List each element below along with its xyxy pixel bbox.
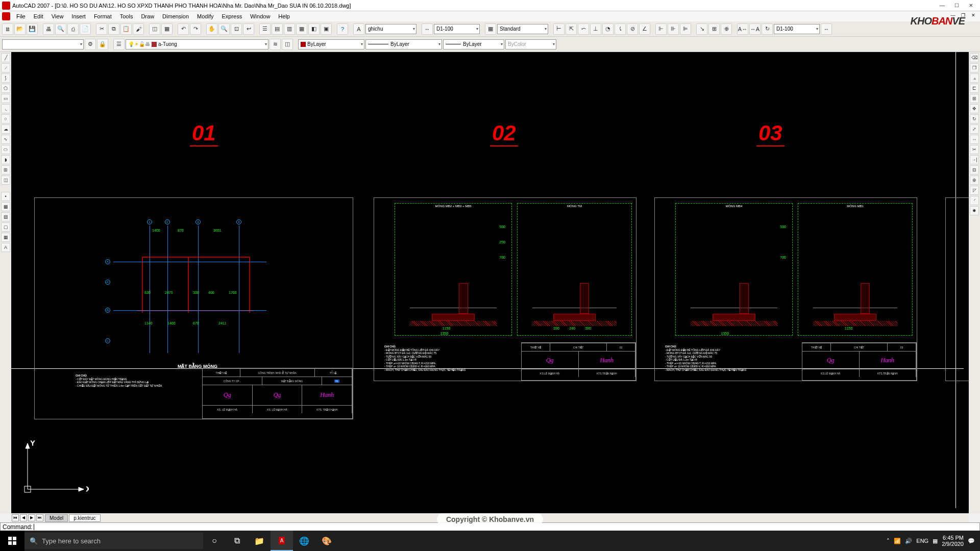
revcloud-button[interactable]: ☁ <box>1 124 10 134</box>
extend-button[interactable]: →| <box>970 155 979 164</box>
menu-tools[interactable]: Tools <box>116 12 137 20</box>
block-editor-button[interactable]: ◫ <box>149 23 160 35</box>
color-combo[interactable]: ByLayer <box>298 39 364 49</box>
paste-button[interactable]: 📋 <box>120 23 132 35</box>
publish-button[interactable]: ⎙ <box>67 23 79 35</box>
dim-radius-button[interactable]: ◔ <box>602 23 614 35</box>
spline-button[interactable]: ∿ <box>1 135 10 144</box>
layer-manager-button[interactable]: ☰ <box>113 39 125 50</box>
array-button[interactable]: ⊞ <box>970 94 979 103</box>
explode-button[interactable]: ✸ <box>970 206 979 215</box>
menu-format[interactable]: Format <box>90 12 116 20</box>
mdi-close-button[interactable]: ✕ <box>969 13 978 20</box>
mtext-button[interactable]: A <box>1 243 10 252</box>
menu-window[interactable]: Window <box>246 12 274 20</box>
taskview-button[interactable]: ⧉ <box>226 531 248 551</box>
save-button[interactable]: 💾 <box>27 23 38 35</box>
taskbar-search[interactable]: 🔍 Type here to search <box>24 533 203 549</box>
dim-arc-button[interactable]: ⤺ <box>578 23 589 35</box>
markup-button[interactable]: ◧ <box>308 23 320 35</box>
tab-model[interactable]: Model <box>45 514 68 522</box>
autocad-app[interactable]: A <box>271 531 293 551</box>
tab-first-button[interactable]: ⏮ <box>12 514 19 521</box>
move-button[interactable]: ✥ <box>970 104 979 113</box>
taskbar-clock[interactable]: 6:45 PM 2/9/2020 <box>942 535 964 547</box>
dim-jogged-button[interactable]: ⤹ <box>615 23 626 35</box>
copy2-button[interactable]: ❐ <box>970 63 979 72</box>
volume-icon[interactable]: 🔊 <box>905 538 912 544</box>
textstyle-icon[interactable]: A <box>353 23 364 35</box>
menu-modify[interactable]: Modify <box>193 12 217 20</box>
ellipse-button[interactable]: ⬭ <box>1 145 10 154</box>
layer-combo[interactable]: 💡☀🔓🖶 a-Tuong <box>126 39 268 49</box>
tab-prev-button[interactable]: ◀ <box>20 514 27 521</box>
table-button[interactable]: ▦ <box>1 233 10 242</box>
zoom-previous-button[interactable]: ↩ <box>243 23 254 35</box>
sheetset-button[interactable]: ▦ <box>296 23 307 35</box>
offset-button[interactable]: ⊏ <box>970 84 979 93</box>
dim-angular-button[interactable]: ∠ <box>639 23 650 35</box>
dim-diameter-button[interactable]: ⊘ <box>627 23 638 35</box>
layer-previous-button[interactable]: ≋ <box>270 39 281 50</box>
join-button[interactable]: ⊕ <box>970 176 979 185</box>
textstyle-combo[interactable]: ghichu <box>365 24 416 34</box>
erase-button[interactable]: ⌫ <box>970 53 979 62</box>
pdf-button[interactable]: 📄 <box>80 23 91 35</box>
paint-app[interactable]: 🎨 <box>315 531 338 551</box>
gradient-button[interactable]: ▨ <box>1 212 10 221</box>
lineweight-combo[interactable]: ByLayer <box>443 39 504 49</box>
menu-help[interactable]: Help <box>274 12 294 20</box>
zoom-window-button[interactable]: ⊡ <box>231 23 242 35</box>
dimedit-button[interactable]: A↔ <box>737 23 748 35</box>
stretch-button[interactable]: ↔ <box>970 135 979 144</box>
zoom-realtime-button[interactable]: 🔍 <box>218 23 230 35</box>
new-button[interactable]: 🗎 <box>2 23 13 35</box>
maximize-button[interactable]: ☐ <box>949 1 964 10</box>
system-tray[interactable]: ˄ 📶 🔊 ENG ▦ 6:45 PM 2/9/2020 💬 <box>881 535 980 547</box>
plot-preview-button[interactable]: 🔍 <box>55 23 66 35</box>
dimtedit-button[interactable]: ↔A <box>749 23 761 35</box>
menu-insert[interactable]: Insert <box>67 12 90 20</box>
tolerance-button[interactable]: ⊞ <box>708 23 720 35</box>
ime-icon[interactable]: ▦ <box>933 538 938 544</box>
lang-indicator[interactable]: ENG <box>916 538 928 544</box>
menu-file[interactable]: File <box>12 12 30 20</box>
dimstyle-combo[interactable]: D1-100 <box>434 24 480 34</box>
dimstyle-icon[interactable]: ↔ <box>422 23 433 35</box>
xline-button[interactable]: ⟋ <box>1 63 10 72</box>
plot-button[interactable]: 🖶 <box>43 23 54 35</box>
close-button[interactable]: ✕ <box>964 1 978 10</box>
pan-button[interactable]: ✋ <box>206 23 217 35</box>
ellipsearc-button[interactable]: ◗ <box>1 155 10 164</box>
wifi-icon[interactable]: 📶 <box>894 538 901 544</box>
leader-button[interactable]: ↘ <box>696 23 707 35</box>
arc-button[interactable]: ◟ <box>1 104 10 113</box>
dim-continue-button[interactable]: ⊫ <box>680 23 691 35</box>
undo-button[interactable]: ↶ <box>178 23 189 35</box>
plotstyle-combo[interactable]: ByColor <box>505 39 556 49</box>
quickcalc-button[interactable]: ▣ <box>321 23 332 35</box>
menu-draw[interactable]: Draw <box>137 12 158 20</box>
polygon-button[interactable]: ⬠ <box>1 84 10 93</box>
explorer-app[interactable]: 📁 <box>248 531 271 551</box>
hatch-button[interactable]: ▩ <box>1 202 10 211</box>
menu-view[interactable]: View <box>47 12 68 20</box>
dimupdate-button[interactable]: ↻ <box>762 23 773 35</box>
tray-up-icon[interactable]: ˄ <box>887 538 890 544</box>
designcenter-button[interactable]: ▤ <box>272 23 283 35</box>
tablestyle-icon[interactable]: ▦ <box>485 23 496 35</box>
mirror-button[interactable]: ⟁ <box>970 73 979 83</box>
region-button[interactable]: ▢ <box>1 222 10 232</box>
start-button[interactable] <box>0 531 24 551</box>
layer-state-button[interactable]: ◫ <box>282 39 293 50</box>
tab-last-button[interactable]: ⏭ <box>36 514 43 521</box>
point-button[interactable]: • <box>1 192 10 201</box>
menu-edit[interactable]: Edit <box>30 12 47 20</box>
break-button[interactable]: ⊟ <box>970 165 979 174</box>
chamfer-button[interactable]: ◸ <box>970 186 979 195</box>
menu-dimension[interactable]: Dimension <box>158 12 193 20</box>
dimstyle2-combo[interactable]: D1-100 <box>774 24 820 34</box>
rectangle-button[interactable]: ▭ <box>1 94 10 103</box>
properties-button[interactable]: ☰ <box>259 23 271 35</box>
dim-ordinate-button[interactable]: ⊥ <box>590 23 601 35</box>
